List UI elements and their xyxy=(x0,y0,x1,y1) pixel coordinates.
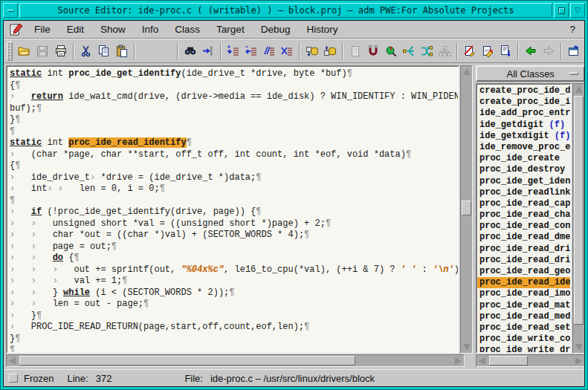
code-line[interactable]: ¶ xyxy=(10,345,458,354)
scroll-up-button[interactable] xyxy=(573,84,584,95)
edit-file-button[interactable] xyxy=(479,42,497,61)
class-list-item[interactable]: proc_ide_read_med xyxy=(477,311,570,322)
edit-readonly-button[interactable] xyxy=(461,42,479,61)
class-list-item[interactable]: proc_ide_read_imo xyxy=(477,288,570,299)
shade-button[interactable]: ▽ xyxy=(570,3,585,18)
goto-line-button[interactable] xyxy=(199,42,217,61)
editor-hscrollbar[interactable] xyxy=(6,354,465,367)
menu-edit[interactable]: Edit xyxy=(59,22,92,36)
class-list-item[interactable]: proc_ide_read_cha xyxy=(477,209,570,221)
scroll-down-button[interactable] xyxy=(461,342,472,353)
class-list-item[interactable]: create_proc_ide_d xyxy=(477,85,570,97)
class-list-item[interactable]: proc_ide_write_dr xyxy=(477,345,570,354)
history-back-button[interactable] xyxy=(522,42,540,61)
find-button[interactable] xyxy=(181,42,199,61)
class-list-item[interactable]: proc_ide_readlink xyxy=(477,187,570,198)
code-line[interactable]: › › len = out - page;¶ xyxy=(10,299,458,311)
menu-info[interactable]: Info xyxy=(134,22,167,36)
class-list-item[interactable]: proc_ide_read_ide xyxy=(477,277,570,288)
menu-class[interactable]: Class xyxy=(167,22,208,36)
code-line[interactable]: › › do {¶ xyxy=(10,253,458,264)
grep-magnet-button[interactable] xyxy=(364,42,382,61)
class-list-item[interactable]: proc_ide_get_iden xyxy=(477,176,570,187)
toolbar-grip[interactable] xyxy=(7,42,13,61)
copy-button[interactable] xyxy=(95,42,113,61)
class-list-item[interactable]: proc_ide_read_dri xyxy=(477,255,570,266)
comment-button[interactable] xyxy=(260,42,278,61)
code-line[interactable]: ¶ xyxy=(10,195,458,207)
class-filter-dropdown[interactable]: All Classes xyxy=(476,65,584,82)
scroll-up-button[interactable] xyxy=(461,66,472,77)
print-button[interactable] xyxy=(52,42,70,61)
class-list-item[interactable]: proc_ide_read_dri xyxy=(477,244,570,255)
shift-left-button[interactable] xyxy=(242,42,260,61)
classlist-vscroll-thumb[interactable] xyxy=(574,96,584,325)
code-line[interactable]: › int› › len = 0, i = 0;¶ xyxy=(10,183,458,195)
menu-debug[interactable]: Debug xyxy=(253,22,299,36)
class-list-item[interactable]: create_proc_ide_i xyxy=(477,97,570,108)
window-menu-button[interactable] xyxy=(3,3,18,18)
class-list-item[interactable]: ide_getxdigit (f) xyxy=(477,131,570,142)
uncomment-button[interactable] xyxy=(278,42,296,61)
compare-button[interactable] xyxy=(418,42,436,61)
open-button[interactable] xyxy=(16,42,33,61)
classlist-hscroll-thumb[interactable] xyxy=(489,356,528,365)
code-line[interactable]: › › char *out = ((char *)val) + (SECTOR_… xyxy=(10,230,458,241)
menu-help[interactable]: ? xyxy=(560,22,584,36)
code-line[interactable]: › › › val += 1;¶ xyxy=(10,276,458,287)
code-line[interactable]: › if (!proc_ide_get_identify(drive, page… xyxy=(10,207,458,218)
scroll-right-button[interactable] xyxy=(573,355,584,366)
scroll-right-button[interactable] xyxy=(453,355,464,366)
editor-vscroll-thumb[interactable] xyxy=(462,201,471,215)
menu-show[interactable]: Show xyxy=(92,22,134,36)
update-check-button[interactable] xyxy=(382,42,400,61)
load-file-button[interactable] xyxy=(497,42,514,61)
code-line[interactable]: › PROC_IDE_READ_RETURN(page,start,off,co… xyxy=(10,322,458,334)
code-line[interactable]: static int proc_ide_get_identify(ide_dri… xyxy=(10,68,458,80)
code-area[interactable]: static int proc_ide_get_identify(ide_dri… xyxy=(6,65,459,354)
class-list[interactable]: create_proc_ide_dcreate_proc_ide_iide_ad… xyxy=(476,83,572,354)
class-list-item[interactable]: proc_ide_read_set xyxy=(477,322,570,334)
code-line[interactable]: {¶ xyxy=(10,80,458,92)
code-line[interactable]: › }¶ xyxy=(10,311,458,322)
code-line[interactable]: › › } while (i < (SECTOR_WORDS * 2));¶ xyxy=(10,287,458,299)
class-list-item[interactable]: ide_getdigit (f) xyxy=(477,120,570,131)
class-list-item[interactable]: ide_add_proc_entr xyxy=(477,108,570,119)
code-line[interactable]: › (char *page, char **start, off_t off, … xyxy=(10,149,458,161)
class-list-item[interactable]: proc_ide_read_con xyxy=(477,221,570,232)
code-line[interactable]: }¶ xyxy=(10,334,458,345)
check-in-button[interactable] xyxy=(321,42,339,61)
properties-button[interactable] xyxy=(565,42,583,61)
class-list-item[interactable]: proc_ide_read_cap xyxy=(477,198,570,209)
retrieve-button[interactable] xyxy=(400,42,418,61)
code-line[interactable]: › return ide_wait_cmd(drive, (drive->med… xyxy=(10,91,458,103)
cut-button[interactable] xyxy=(77,42,95,61)
classlist-vscrollbar[interactable] xyxy=(572,83,584,354)
class-list-item[interactable]: proc_ide_create xyxy=(477,153,570,164)
class-list-item[interactable]: proc_ide_write_co xyxy=(477,334,570,345)
class-list-item[interactable]: proc_ide_destroy xyxy=(477,164,570,175)
scroll-left-button[interactable] xyxy=(476,355,488,366)
class-list-item[interactable]: proc_ide_read_dme xyxy=(477,232,570,243)
code-line[interactable]: › ide_drive_t› *drive = (ide_drive_t *)d… xyxy=(10,172,458,184)
class-list-item[interactable]: proc_ide_read_geo xyxy=(477,266,570,277)
menu-target[interactable]: Target xyxy=(208,22,253,36)
code-line[interactable]: › › unsigned short *val = ((unsigned sho… xyxy=(10,218,458,230)
paste-button[interactable] xyxy=(113,42,131,61)
editor-hscroll-thumb[interactable] xyxy=(19,356,355,365)
frozen-checkbox[interactable] xyxy=(9,374,18,383)
check-out-button[interactable] xyxy=(303,42,321,61)
menu-history[interactable]: History xyxy=(298,22,346,36)
class-list-item[interactable]: ide_remove_proc_e xyxy=(477,142,570,153)
scroll-down-button[interactable] xyxy=(573,342,584,353)
code-line[interactable]: ¶ xyxy=(10,126,458,138)
code-line[interactable]: {¶ xyxy=(10,160,458,172)
menu-file[interactable]: File xyxy=(26,22,59,36)
code-line[interactable]: › › page = out;¶ xyxy=(10,241,458,253)
editor-vscrollbar[interactable] xyxy=(460,65,473,354)
classlist-hscrollbar[interactable] xyxy=(476,354,584,367)
class-list-item[interactable]: proc_ide_read_mat xyxy=(477,300,570,311)
maximize-button[interactable] xyxy=(554,3,569,18)
code-line[interactable]: }¶ xyxy=(10,114,458,126)
code-line[interactable]: static int proc_ide_read_identify¶ xyxy=(10,137,458,149)
